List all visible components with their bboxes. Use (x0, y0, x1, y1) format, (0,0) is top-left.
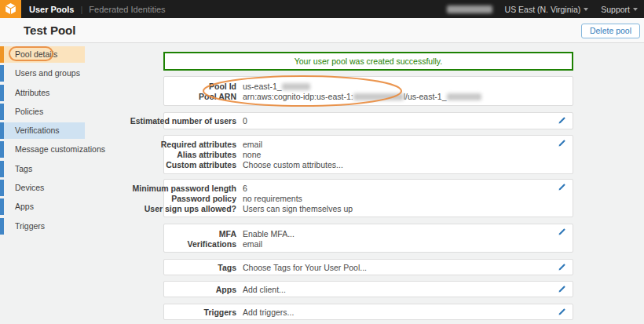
page-title: Test Pool (24, 24, 75, 37)
sidebar-item-message-customizations[interactable]: Message customizations (0, 141, 85, 158)
pool-arn-redacted-account (353, 93, 404, 100)
add-triggers-link[interactable]: Add triggers... (243, 308, 294, 318)
sidebar-item-pool-details[interactable]: Pool details (0, 46, 85, 63)
estimated-users-value: 0 (243, 116, 247, 126)
alias-attributes-label: Alias attributes (119, 150, 236, 160)
edit-icon[interactable] (558, 139, 566, 147)
tags-label: Tags (164, 263, 236, 273)
sidebar-item-apps[interactable]: Apps (0, 198, 85, 215)
sidebar-item-policies[interactable]: Policies (0, 104, 85, 120)
password-policy-value: no requirements (243, 194, 302, 204)
edit-icon[interactable] (558, 183, 566, 191)
top-navigation-bar: User Pools | Federated Identities US Eas… (0, 0, 644, 18)
verifications-value: email (243, 239, 262, 249)
add-client-link[interactable]: Add client... (243, 285, 286, 295)
sidebar-item-devices[interactable]: Devices (0, 180, 85, 196)
pool-id-value: us-east-1_ (243, 82, 310, 92)
estimated-users-card: Estimated number of users 0 (163, 112, 573, 129)
apps-label: Apps (164, 285, 236, 295)
verifications-label: Verifications (164, 239, 236, 249)
edit-icon[interactable] (558, 228, 566, 236)
apps-card: Apps Add client... (163, 281, 573, 297)
pool-arn-value: arn:aws:cognito-idp:us-east-1:l/us-east-… (243, 92, 481, 102)
tab-user-pools[interactable]: User Pools (29, 5, 74, 14)
alias-attributes-value: none (243, 150, 261, 160)
pool-info-card: Pool Id us-east-1_ Pool ARN arn:aws:cogn… (163, 76, 573, 106)
account-name-redacted[interactable] (447, 5, 492, 13)
password-policy-label: Password policy (119, 194, 236, 204)
required-attributes-label: Required attributes (119, 140, 236, 150)
edit-icon[interactable] (558, 285, 566, 293)
choose-custom-attributes-link[interactable]: Choose custom attributes... (243, 160, 343, 170)
sidebar-item-tags[interactable]: Tags (0, 161, 85, 177)
cognito-cube-icon (3, 2, 18, 16)
support-menu[interactable]: Support (601, 5, 638, 14)
min-password-length-value: 6 (243, 184, 247, 194)
sidebar-item-verifications[interactable]: Verifications (0, 122, 85, 139)
sidebar-item-attributes[interactable]: Attributes (0, 85, 85, 101)
topbar-right: US East (N. Virginia) Support (447, 5, 644, 14)
success-banner: Your user pool was created successfully. (163, 52, 573, 71)
edit-icon[interactable] (558, 116, 566, 125)
attributes-card: Required attributes email Alias attribut… (163, 135, 573, 174)
pool-id-redacted (282, 83, 310, 90)
user-signups-value: Users can sign themselves up (243, 204, 353, 214)
tab-federated-identities[interactable]: Federated Identities (89, 5, 165, 14)
custom-attributes-label: Custom attributes (119, 160, 236, 170)
cognito-console-page: User Pools | Federated Identities US Eas… (0, 0, 644, 324)
delete-pool-button[interactable]: Delete pool (581, 24, 640, 38)
pool-arn-label: Pool ARN (164, 92, 236, 102)
choose-tags-link[interactable]: Choose Tags for Your User Pool... (243, 263, 367, 273)
pool-id-label: Pool Id (164, 82, 236, 92)
edit-icon[interactable] (558, 308, 566, 316)
service-tabs: User Pools | Federated Identities (29, 5, 166, 14)
chevron-down-icon (584, 8, 588, 11)
triggers-card: Triggers Add triggers... (163, 304, 573, 320)
pool-arn-row: Pool ARN arn:aws:cognito-idp:us-east-1:l… (164, 92, 573, 102)
triggers-label: Triggers (164, 308, 236, 318)
sidebar-item-triggers[interactable]: Triggers (0, 218, 85, 235)
page-header: Test Pool Delete pool (0, 18, 644, 43)
min-password-length-label: Minimum password length (119, 184, 236, 194)
chevron-down-icon (633, 8, 638, 11)
mfa-label: MFA (164, 229, 236, 239)
user-signups-label: User sign ups allowed? (119, 204, 236, 214)
pool-arn-redacted-id (447, 93, 481, 100)
tags-card: Tags Choose Tags for Your User Pool... (163, 259, 573, 275)
tab-divider: | (80, 5, 82, 14)
password-policy-card: Minimum password length 6 Password polic… (163, 179, 573, 217)
enable-mfa-link[interactable]: Enable MFA... (243, 229, 295, 239)
required-attributes-value: email (243, 140, 262, 150)
pool-id-row: Pool Id us-east-1_ (164, 82, 573, 92)
mfa-card: MFA Enable MFA... Verifications email (163, 224, 573, 253)
sidebar-nav: Pool details Users and groups Attributes… (0, 46, 85, 237)
sidebar-item-users-and-groups[interactable]: Users and groups (0, 65, 85, 82)
cognito-logo[interactable] (0, 0, 21, 18)
region-menu[interactable]: US East (N. Virginia) (505, 5, 589, 14)
edit-icon[interactable] (558, 263, 566, 271)
estimated-users-label: Estimated number of users (119, 116, 236, 126)
